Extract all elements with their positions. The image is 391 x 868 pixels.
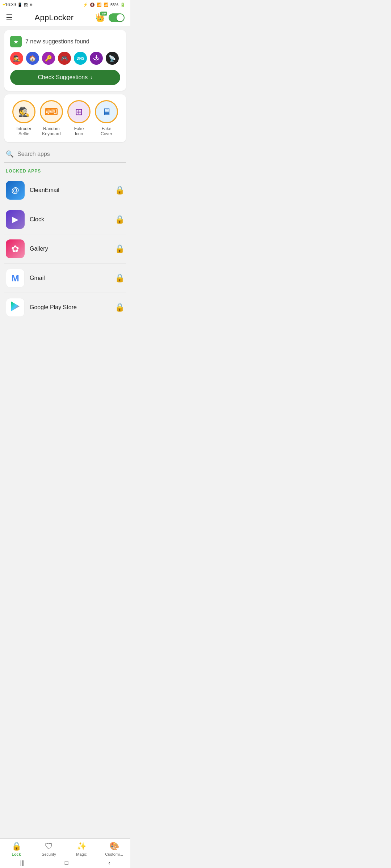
app-name-clock: Clock [30, 216, 115, 223]
suggestion-icon-3: 🎮 [58, 52, 71, 65]
feature-random-keyboard[interactable]: ⌨ RandomKeyboard [40, 100, 63, 136]
mute-icon: 🔇 [90, 3, 95, 7]
app-item-gmail[interactable]: M Gmail 🔒 [4, 264, 126, 293]
app-bar: ☰ AppLocker 👑 VIP [0, 9, 130, 26]
suggestion-icon-0: 🕵 [10, 52, 23, 65]
suggestion-icon-2: 🔑 [42, 52, 55, 65]
app-name-gallery: Gallery [30, 246, 115, 252]
app-name-gmail: Gmail [30, 275, 115, 281]
app-title: AppLocker [35, 13, 74, 22]
fake-icon-icon: ⊞ [67, 100, 91, 123]
main-toggle[interactable] [109, 13, 125, 22]
suggestions-star-icon: ★ [10, 36, 22, 47]
lock-icon-cleanemail: 🔒 [115, 186, 125, 195]
feature-fake-icon[interactable]: ⊞ FakeIcon [67, 100, 91, 136]
random-keyboard-label: RandomKeyboard [42, 126, 60, 136]
intruder-selfie-label: IntruderSelfie [16, 126, 31, 136]
suggestion-icon-4: DNS [74, 52, 87, 65]
feature-fake-cover[interactable]: 🖥 FakeCover [95, 100, 118, 136]
app-icon-cleanemail: @ ✦ [6, 181, 25, 200]
main-content: ★ 7 new suggestions found 🕵 🏠 🔑 🎮 DNS 🕹 … [0, 26, 130, 326]
status-right: ⚡ 🔇 📶 📶 56% 🔋 [83, 3, 125, 7]
app-item-clock[interactable]: ▶ Clock 🔒 [4, 205, 126, 234]
bluetooth-icon: ⚡ [83, 3, 88, 7]
app-name-google-play: Google Play Store [30, 304, 115, 311]
check-suggestions-button[interactable]: Check Suggestions › [10, 70, 120, 85]
suggestions-header: ★ 7 new suggestions found [10, 36, 120, 47]
time-display: 16:39 [5, 2, 16, 7]
app-item-gallery[interactable]: ✿ Gallery 🔒 [4, 234, 126, 264]
battery-icon: 🔋 [120, 3, 125, 7]
vip-badge[interactable]: 👑 VIP [95, 13, 105, 22]
status-bar: 16:39 📱 🖼 ⊗ ⚡ 🔇 📶 📶 56% 🔋 [0, 0, 130, 9]
suggestions-app-icons: 🕵 🏠 🔑 🎮 DNS 🕹 📡 [10, 52, 120, 65]
search-icon: 🔍 [6, 150, 14, 158]
wifi-icon: 📶 [97, 3, 102, 7]
features-card: 🕵 IntruderSelfie ⌨ RandomKeyboard ⊞ Fake… [4, 94, 126, 142]
suggestion-icon-1: 🏠 [26, 52, 39, 65]
app-bar-right: 👑 VIP [95, 13, 125, 22]
app-icon-gallery: ✿ [6, 239, 25, 258]
suggestions-card: ★ 7 new suggestions found 🕵 🏠 🔑 🎮 DNS 🕹 … [4, 30, 126, 91]
status-left: 16:39 📱 🖼 ⊗ [5, 2, 33, 7]
blocked-icon: ⊗ [29, 3, 33, 7]
chevron-icon: › [91, 74, 92, 81]
signal-icon: 📶 [104, 3, 109, 7]
app-name-cleanemail: CleanEmail [30, 187, 115, 193]
lock-icon-gmail: 🔒 [115, 273, 125, 283]
app-icon-clock: ▶ [6, 210, 25, 229]
app-item-cleanemail[interactable]: @ ✦ CleanEmail 🔒 [4, 176, 126, 205]
page-content: ★ 7 new suggestions found 🕵 🏠 🔑 🎮 DNS 🕹 … [0, 26, 130, 366]
search-input[interactable] [17, 151, 125, 157]
app-icon-google-play [6, 298, 25, 317]
vip-label: VIP [100, 12, 107, 16]
check-suggestions-label: Check Suggestions [38, 74, 88, 81]
suggestion-icon-5: 🕹 [90, 52, 103, 65]
menu-icon[interactable]: ☰ [6, 13, 13, 22]
fake-cover-label: FakeCover [101, 126, 112, 136]
toggle-knob [117, 14, 124, 21]
lock-icon-gallery: 🔒 [115, 244, 125, 254]
fake-icon-label: FakeIcon [74, 126, 84, 136]
search-bar[interactable]: 🔍 [4, 146, 126, 163]
gallery-icon: 🖼 [24, 3, 28, 7]
lock-icon-google-play: 🔒 [115, 303, 125, 312]
fake-cover-icon: 🖥 [95, 100, 118, 123]
random-keyboard-icon: ⌨ [40, 100, 63, 123]
app-list: @ ✦ CleanEmail 🔒 ▶ Clock 🔒 ✿ Gallery [4, 176, 126, 322]
suggestion-icon-6: 📡 [106, 52, 119, 65]
intruder-selfie-icon: 🕵 [12, 100, 35, 123]
app-item-google-play[interactable]: Google Play Store 🔒 [4, 293, 126, 322]
lock-icon-clock: 🔒 [115, 215, 125, 224]
sim-icon: 📱 [17, 3, 22, 7]
feature-intruder-selfie[interactable]: 🕵 IntruderSelfie [12, 100, 35, 136]
locked-apps-section-header: LOCKED APPS [4, 165, 126, 176]
svg-marker-0 [11, 301, 20, 311]
app-icon-gmail: M [6, 269, 25, 288]
battery-percent: 56% [110, 3, 118, 7]
suggestions-title: 7 new suggestions found [25, 38, 89, 45]
